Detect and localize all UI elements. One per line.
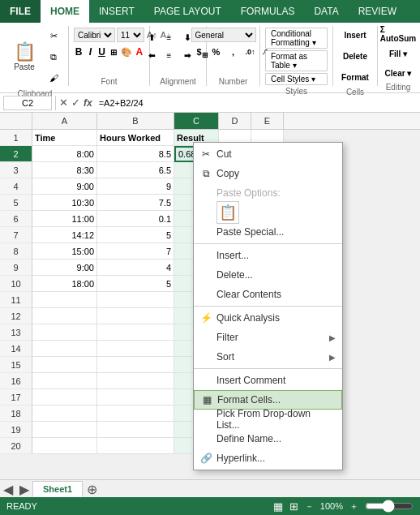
cell-b2[interactable]: 8.5 [97,146,174,162]
cell-b15[interactable] [97,357,174,373]
cell-a6[interactable]: 11:00 [32,211,97,227]
format-cells-button[interactable]: Format [339,68,371,86]
tab-review[interactable]: REVIEW [349,0,406,23]
cell-b13[interactable] [97,324,174,341]
cell-a12[interactable] [32,308,97,324]
col-header-e[interactable]: E [251,113,284,129]
number-format-select[interactable]: General [191,28,256,42]
increase-decimal-button[interactable]: .0↑ [242,44,259,60]
context-menu-copy[interactable]: ⧉ Copy [194,164,342,183]
align-left-button[interactable]: ⬅ [144,47,160,63]
col-header-d[interactable]: D [219,113,251,129]
autosum-button[interactable]: Σ AutoSum [380,26,416,42]
cell-a3[interactable]: 8:30 [32,162,97,178]
context-menu-paste-special[interactable]: Paste Special... [194,222,342,242]
cell-a14[interactable] [32,341,97,357]
tab-file[interactable]: FILE [0,0,41,23]
cell-a10[interactable]: 18:00 [32,276,97,292]
status-bar-icon2[interactable]: ⊞ [289,500,298,513]
row-header-8[interactable]: 8 [0,243,32,260]
col-header-b[interactable]: B [97,113,174,129]
status-bar-icon1[interactable]: ▦ [273,500,283,513]
fill-color-button[interactable]: 🎨 [120,44,133,60]
cell-a4[interactable]: 9:00 [32,178,97,195]
context-menu-quick-analysis[interactable]: ⚡ Quick Analysis [194,308,342,328]
context-menu-pick-from-dropdown[interactable]: Pick From Drop-down List... [194,410,342,429]
cell-b17[interactable] [97,389,174,406]
row-header-2[interactable]: 2 [0,146,32,162]
tab-formulas[interactable]: FORMULAS [231,0,305,23]
font-family-select[interactable]: Calibri [74,28,115,42]
cell-b10[interactable]: 5 [97,276,174,292]
row-header-5[interactable]: 5 [0,195,32,211]
cell-a15[interactable] [32,357,97,373]
row-header-14[interactable]: 14 [0,341,32,357]
context-menu-hyperlink[interactable]: 🔗 Hyperlink... [194,448,342,468]
paste-button[interactable]: 📋 Paste [6,34,42,79]
cell-a11[interactable] [32,292,97,308]
cell-b3[interactable]: 6.5 [97,162,174,178]
border-button[interactable]: ⊞ [109,44,118,60]
context-menu-define-name[interactable]: Define Name... [194,429,342,448]
conditional-formatting-button[interactable]: Conditional Formatting ▾ [265,28,328,49]
paste-icon-btn[interactable]: 📋 [216,201,239,224]
cut-button[interactable]: ✂ [44,26,63,45]
cell-a8[interactable]: 15:00 [32,243,97,260]
cell-b9[interactable]: 4 [97,260,174,276]
zoom-in-button[interactable]: ＋ [349,500,358,513]
format-as-table-button[interactable]: Format as Table ▾ [265,50,328,71]
copy-button[interactable]: ⧉ [44,47,63,67]
currency-button[interactable]: $ [191,44,208,60]
cell-b6[interactable]: 0.1 [97,211,174,227]
formula-input[interactable] [96,98,417,108]
cell-b12[interactable] [97,308,174,324]
cell-b19[interactable] [97,422,174,438]
add-sheet-button[interactable]: ⊕ [83,481,101,497]
align-middle-button[interactable]: ≡ [161,29,178,45]
cell-b7[interactable]: 5 [97,227,174,243]
clear-button[interactable]: Clear ▾ [380,65,416,81]
cell-styles-button[interactable]: Cell Styles ▾ [265,73,328,85]
row-header-6[interactable]: 6 [0,211,32,227]
tab-data[interactable]: DATA [304,0,348,23]
row-header-11[interactable]: 11 [0,292,32,308]
row-header-16[interactable]: 16 [0,373,32,389]
zoom-out-button[interactable]: － [305,500,314,513]
row-header-3[interactable]: 3 [0,162,32,178]
percent-button[interactable]: % [208,44,225,60]
row-header-4[interactable]: 4 [0,178,32,195]
zoom-slider[interactable] [365,500,414,512]
cell-b18[interactable] [97,406,174,422]
confirm-formula-icon[interactable]: ✓ [71,97,80,109]
context-menu-sort[interactable]: Sort ▶ [194,347,342,367]
context-menu-insert[interactable]: Insert... [194,246,342,265]
format-painter-button[interactable]: 🖌 [44,68,63,88]
cell-a2[interactable]: 8:00 [32,146,97,162]
cell-a17[interactable] [32,389,97,406]
row-header-17[interactable]: 17 [0,389,32,406]
fill-button[interactable]: Fill ▾ [380,45,416,62]
tab-insert[interactable]: INSERT [89,0,144,23]
sheet-tab-1[interactable]: Sheet1 [32,481,83,497]
cell-a7[interactable]: 14:12 [32,227,97,243]
cell-a9[interactable]: 9:00 [32,260,97,276]
scroll-sheets-left[interactable]: ◀ [0,482,16,497]
row-header-19[interactable]: 19 [0,422,32,438]
comma-button[interactable]: , [225,44,242,60]
insert-cells-button[interactable]: Insert [339,26,371,44]
align-top-button[interactable]: ⬆ [144,29,160,45]
italic-button[interactable]: I [85,44,95,60]
row-header-10[interactable]: 10 [0,276,32,292]
align-center-button[interactable]: ≡ [161,47,178,63]
col-header-a[interactable]: A [32,113,97,129]
context-menu-clear-contents[interactable]: Clear Contents [194,285,342,304]
row-header-18[interactable]: 18 [0,406,32,422]
scroll-sheets-right[interactable]: ▶ [16,482,32,497]
cell-b20[interactable] [97,438,174,454]
cell-a20[interactable] [32,438,97,454]
bold-button[interactable]: B [74,44,84,60]
cell-b5[interactable]: 7.5 [97,195,174,211]
cancel-formula-icon[interactable]: ✕ [59,97,68,109]
row-header-9[interactable]: 9 [0,260,32,276]
context-menu-filter[interactable]: Filter ▶ [194,328,342,347]
